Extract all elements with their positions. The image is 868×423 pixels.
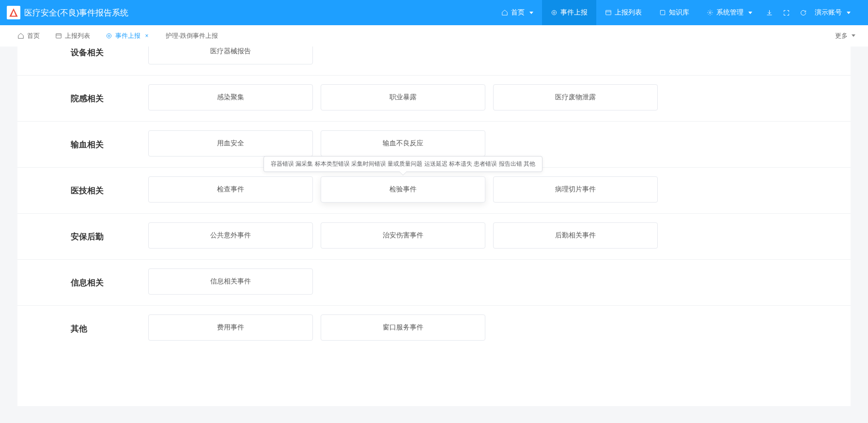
event-type-card-label: 感染聚集 <box>217 93 244 102</box>
event-type-card-label: 治安伤害事件 <box>383 231 423 240</box>
event-type-card-transfusion-adverse[interactable]: 输血不良反应 <box>321 130 485 157</box>
event-type-card-security-injury[interactable]: 治安伤害事件 <box>321 222 485 249</box>
card-row: 信息相关事件 <box>148 268 851 295</box>
close-icon[interactable]: × <box>143 32 150 39</box>
section-label: 安保后勤 <box>17 222 148 249</box>
event-type-card-info-event[interactable]: 信息相关事件 <box>148 268 313 295</box>
logo-icon <box>7 6 20 19</box>
tab-report-list-label: 上报列表 <box>65 31 90 40</box>
nav-kb-label: 知识库 <box>669 8 689 17</box>
event-type-card-logistics-event[interactable]: 后勤相关事件 <box>493 222 658 249</box>
card-row: 费用事件窗口服务事件 <box>148 314 851 341</box>
section-label: 其他 <box>17 314 148 341</box>
event-type-card-label: 费用事件 <box>217 323 244 332</box>
event-type-card-medical-waste-leak[interactable]: 医疗废物泄露 <box>493 84 658 110</box>
event-type-card-public-accident[interactable]: 公共意外事件 <box>148 222 313 249</box>
event-type-card-label: 信息相关事件 <box>210 277 251 286</box>
svg-point-5 <box>107 33 111 38</box>
svg-point-0 <box>552 10 556 15</box>
tab-report-list[interactable]: 上报列表 <box>47 25 98 47</box>
tooltip: 容器错误 漏采集 标本类型错误 采集时间错误 量或质量问题 运送延迟 标本遗失 … <box>264 156 542 172</box>
event-type-card-label: 窗口服务事件 <box>383 323 423 332</box>
event-type-card-pathology-slice[interactable]: 病理切片事件 <box>493 176 658 203</box>
chevron-down-icon <box>529 12 533 14</box>
event-type-card-label: 检验事件 <box>389 185 417 194</box>
nav-kb[interactable]: 知识库 <box>651 0 698 25</box>
event-type-card-label: 职业暴露 <box>389 93 417 102</box>
nav-report-list-label: 上报列表 <box>615 8 642 17</box>
section: 安保后勤公共意外事件治安伤害事件后勤相关事件 <box>17 213 851 259</box>
event-type-card-label: 用血安全 <box>217 139 244 148</box>
home-icon <box>501 9 508 16</box>
card-row: 用血安全输血不良反应 <box>148 130 851 157</box>
chevron-down-icon <box>748 12 752 14</box>
nav-account-label: 演示账号 <box>815 8 842 17</box>
tab-report-label: 事件上报 <box>115 31 140 40</box>
svg-rect-2 <box>606 10 611 15</box>
topbar: 医疗安全(不良)事件报告系统 首页 事件上报 上报列表 知 <box>0 0 868 25</box>
nav-report-label: 事件上报 <box>560 8 588 17</box>
nav-sysmgr[interactable]: 系统管理 <box>698 0 761 25</box>
event-type-card-label: 检查事件 <box>217 185 244 194</box>
nav-account[interactable]: 演示账号 <box>812 0 859 25</box>
event-type-sheet: 设备相关医疗器械报告院感相关感染聚集职业暴露医疗废物泄露输血相关用血安全输血不良… <box>17 47 851 406</box>
download-button[interactable] <box>761 0 778 25</box>
event-type-card-infection-cluster[interactable]: 感染聚集 <box>148 84 313 110</box>
event-type-card-blood-use-safety[interactable]: 用血安全 <box>148 130 313 157</box>
svg-point-6 <box>108 35 110 37</box>
event-type-card-med-device[interactable]: 医疗器械报告 <box>148 47 313 64</box>
event-type-card-label: 公共意外事件 <box>210 231 251 240</box>
section: 其他费用事件窗口服务事件 <box>17 305 851 351</box>
nav-home-label: 首页 <box>511 8 525 17</box>
home-icon <box>17 32 24 39</box>
nav-report-list[interactable]: 上报列表 <box>596 0 651 25</box>
card-row: 公共意外事件治安伤害事件后勤相关事件 <box>148 222 851 249</box>
nav-sysmgr-label: 系统管理 <box>716 8 744 17</box>
section-label: 设备相关 <box>17 47 148 64</box>
book-icon <box>659 9 666 16</box>
section: 院感相关感染聚集职业暴露医疗废物泄露 <box>17 75 851 121</box>
section-label: 院感相关 <box>17 84 148 110</box>
section-label: 输血相关 <box>17 130 148 157</box>
tab-home[interactable]: 首页 <box>10 25 47 47</box>
svg-point-1 <box>553 12 555 14</box>
event-type-card-counter-service[interactable]: 窗口服务事件 <box>321 314 485 341</box>
event-type-card-label: 病理切片事件 <box>555 185 596 194</box>
event-type-card-label: 医疗器械报告 <box>210 47 251 56</box>
topnav: 首页 事件上报 上报列表 知识库 系统管理 <box>493 0 859 25</box>
event-type-card-label: 输血不良反应 <box>383 139 423 148</box>
svg-rect-4 <box>56 33 62 38</box>
list-icon <box>605 9 612 16</box>
card-row: 医疗器械报告 <box>148 47 851 64</box>
tabs-strip: 首页 上报列表 事件上报 × 护理-跌倒事件上报 更多 <box>0 25 868 47</box>
tab-nursing-fall[interactable]: 护理-跌倒事件上报 <box>158 25 226 47</box>
fullscreen-button[interactable] <box>778 0 795 25</box>
event-type-card-fee-event[interactable]: 费用事件 <box>148 314 313 341</box>
upload-target-icon <box>551 9 558 16</box>
app-title: 医疗安全(不良)事件报告系统 <box>24 7 128 18</box>
section: 设备相关医疗器械报告 <box>17 47 851 75</box>
app-brand: 医疗安全(不良)事件报告系统 <box>7 6 128 19</box>
event-type-card-lab-event[interactable]: 检验事件容器错误 漏采集 标本类型错误 采集时间错误 量或质量问题 运送延迟 标… <box>321 176 485 203</box>
event-type-card-exam-event[interactable]: 检查事件 <box>148 176 313 203</box>
refresh-button[interactable] <box>795 0 812 25</box>
nav-report[interactable]: 事件上报 <box>542 0 596 25</box>
event-type-card-label: 后勤相关事件 <box>555 231 596 240</box>
section-label: 信息相关 <box>17 268 148 295</box>
card-row: 感染聚集职业暴露医疗废物泄露 <box>148 84 851 110</box>
chevron-down-icon <box>847 12 851 14</box>
svg-point-3 <box>709 12 711 14</box>
nav-home[interactable]: 首页 <box>493 0 542 25</box>
tabs-more-label: 更多 <box>835 31 848 40</box>
section: 医技相关检查事件检验事件容器错误 漏采集 标本类型错误 采集时间错误 量或质量问… <box>17 167 851 213</box>
event-type-card-occupational-exposure[interactable]: 职业暴露 <box>321 84 485 110</box>
section-label: 医技相关 <box>17 176 148 203</box>
tabs-more[interactable]: 更多 <box>832 31 858 40</box>
list-icon <box>55 32 62 39</box>
upload-target-icon <box>106 32 112 39</box>
card-row: 检查事件检验事件容器错误 漏采集 标本类型错误 采集时间错误 量或质量问题 运送… <box>148 176 851 203</box>
section: 信息相关信息相关事件 <box>17 259 851 305</box>
tab-nursing-fall-label: 护理-跌倒事件上报 <box>166 31 218 40</box>
tab-report[interactable]: 事件上报 × <box>98 25 158 47</box>
event-type-card-label: 医疗废物泄露 <box>555 93 596 102</box>
